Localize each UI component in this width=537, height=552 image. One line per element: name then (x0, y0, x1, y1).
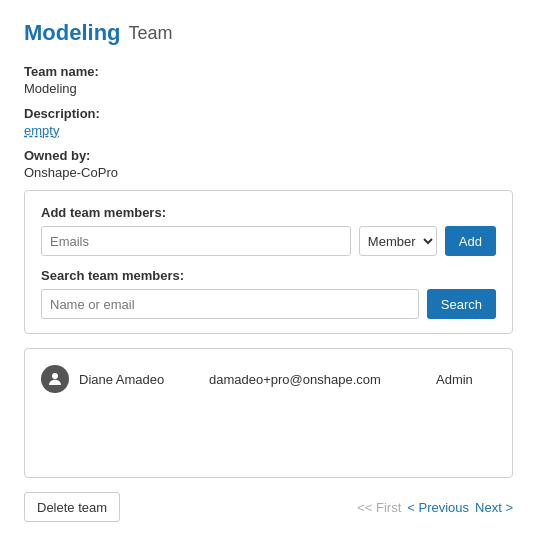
search-member-row: Search (41, 289, 496, 319)
page-header: Modeling Team (24, 20, 513, 46)
svg-point-0 (52, 373, 58, 379)
previous-page-link[interactable]: < Previous (407, 500, 469, 515)
description-section: Description: empty (24, 106, 513, 138)
search-input[interactable] (41, 289, 419, 319)
emails-input[interactable] (41, 226, 351, 256)
member-role: Admin (436, 372, 496, 387)
owned-by-label: Owned by: (24, 148, 513, 163)
role-select[interactable]: Member Admin (359, 226, 437, 256)
delete-team-button[interactable]: Delete team (24, 492, 120, 522)
description-value[interactable]: empty (24, 123, 513, 138)
member-email: damadeo+pro@onshape.com (209, 372, 426, 387)
team-name-value: Modeling (24, 81, 513, 96)
next-page-link[interactable]: Next > (475, 500, 513, 515)
team-name-label: Team name: (24, 64, 513, 79)
add-members-label: Add team members: (41, 205, 496, 220)
team-name-section: Team name: Modeling (24, 64, 513, 96)
search-button[interactable]: Search (427, 289, 496, 319)
add-members-card: Add team members: Member Admin Add Searc… (24, 190, 513, 334)
member-name: Diane Amadeo (79, 372, 199, 387)
members-card: Diane Amadeo damadeo+pro@onshape.com Adm… (24, 348, 513, 478)
footer: Delete team << First < Previous Next > (24, 492, 513, 522)
page-subtitle: Team (129, 23, 173, 44)
search-members-label: Search team members: (41, 268, 496, 283)
owned-by-value: Onshape-CoPro (24, 165, 513, 180)
add-button[interactable]: Add (445, 226, 496, 256)
description-label: Description: (24, 106, 513, 121)
pagination: << First < Previous Next > (357, 500, 513, 515)
person-icon (46, 370, 64, 388)
table-row: Diane Amadeo damadeo+pro@onshape.com Adm… (41, 361, 496, 397)
page-title: Modeling (24, 20, 121, 46)
first-page-link[interactable]: << First (357, 500, 401, 515)
owned-by-section: Owned by: Onshape-CoPro (24, 148, 513, 180)
add-member-row: Member Admin Add (41, 226, 496, 256)
avatar (41, 365, 69, 393)
